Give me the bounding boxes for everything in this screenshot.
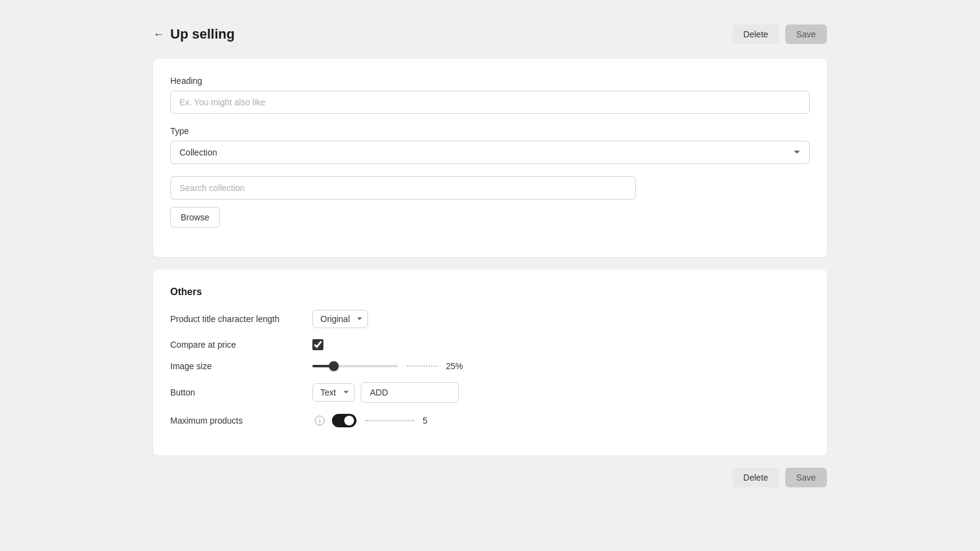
back-arrow-icon[interactable]: ← <box>153 28 164 41</box>
compare-at-price-row: Compare at price <box>170 339 810 350</box>
image-size-label: Image size <box>170 361 305 371</box>
image-size-slider-track[interactable] <box>312 365 398 367</box>
button-type-select[interactable]: Text Icon <box>312 383 355 402</box>
image-size-value: 25% <box>446 361 463 371</box>
max-products-dotted-line <box>365 420 414 421</box>
search-collection-input[interactable] <box>170 176 636 200</box>
max-products-toggle[interactable] <box>332 414 356 427</box>
maximum-products-label: Maximum products <box>170 416 305 425</box>
footer-save-button[interactable]: Save <box>785 468 827 487</box>
content-area: ← Up selling Delete Save Heading Type Co… <box>153 0 827 551</box>
header-actions: Delete Save <box>733 24 827 44</box>
compare-at-price-label: Compare at price <box>170 340 305 350</box>
info-icon[interactable]: i <box>315 416 325 425</box>
maximum-products-row: Maximum products i 5 <box>170 414 810 427</box>
maximum-products-value: 5 <box>423 416 428 425</box>
search-input-wrapper <box>170 176 810 200</box>
button-label: Button <box>170 388 305 397</box>
search-collection-group: Browse <box>170 176 810 228</box>
button-setting-group: Text Icon <box>312 382 459 403</box>
heading-group: Heading <box>170 76 810 114</box>
image-size-dotted-line <box>407 365 437 367</box>
type-group: Type Collection Product Manual <box>170 126 810 164</box>
type-select[interactable]: Collection Product Manual <box>170 141 810 164</box>
browse-button[interactable]: Browse <box>170 207 220 228</box>
page-footer: Delete Save <box>153 468 827 487</box>
compare-at-price-checkbox[interactable] <box>312 339 323 350</box>
header-delete-button[interactable]: Delete <box>733 24 779 44</box>
image-size-row: Image size 25% <box>170 361 810 371</box>
product-title-row: Product title character length Original … <box>170 310 810 328</box>
page-title-group: ← Up selling <box>153 26 235 42</box>
page-container: ← Up selling Delete Save Heading Type Co… <box>0 0 980 551</box>
max-products-toggle-thumb <box>344 416 354 425</box>
others-card: Others Product title character length Or… <box>153 269 827 455</box>
product-title-label: Product title character length <box>170 314 305 324</box>
footer-delete-button[interactable]: Delete <box>733 468 779 487</box>
page-header: ← Up selling Delete Save <box>153 24 827 44</box>
page-title: Up selling <box>170 26 235 42</box>
max-products-slider-group: 5 <box>332 414 428 427</box>
image-size-slider-group: 25% <box>312 361 463 371</box>
button-text-input[interactable] <box>361 382 459 403</box>
heading-label: Heading <box>170 76 810 86</box>
product-title-select[interactable]: Original Short Long <box>312 310 368 328</box>
type-label: Type <box>170 126 810 136</box>
others-section-title: Others <box>170 287 810 298</box>
button-row: Button Text Icon <box>170 382 810 403</box>
header-save-button[interactable]: Save <box>785 24 827 44</box>
heading-input[interactable] <box>170 91 810 114</box>
main-card: Heading Type Collection Product Manual B… <box>153 59 827 257</box>
image-size-slider-thumb[interactable] <box>329 361 339 371</box>
